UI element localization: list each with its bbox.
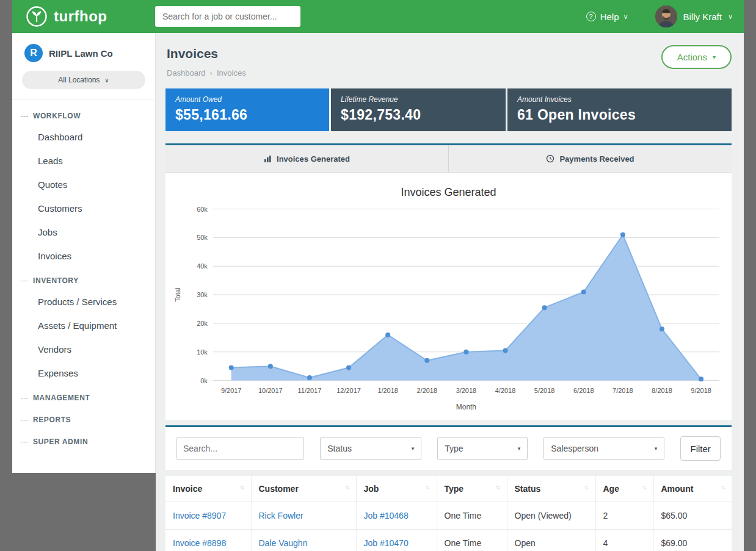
tabs-row: Invoices GeneratedPayments Received <box>165 143 732 173</box>
clock-icon <box>546 154 554 163</box>
select-type[interactable]: Type▾ <box>437 437 528 460</box>
caret-down-icon: ▾ <box>412 445 415 452</box>
breadcrumb-dashboard[interactable]: Dashboard <box>167 68 206 77</box>
column-label: Invoice <box>173 484 202 494</box>
sidebar-section-super-admin[interactable]: SUPER ADMIN <box>12 429 155 451</box>
cell-customer: Dale Vaughn <box>251 530 356 551</box>
sidebar-item-jobs[interactable]: Jobs <box>12 220 155 244</box>
stat-value: $192,753.40 <box>341 107 496 123</box>
select-salesperson[interactable]: Salesperson▾ <box>543 437 664 460</box>
app-window: turfhop ? Help ∨ <box>12 0 744 551</box>
column-header-age[interactable]: Age↑↓ <box>595 476 653 502</box>
column-header-customer[interactable]: Customer↑↓ <box>251 476 356 502</box>
column-header-status[interactable]: Status↑↓ <box>507 476 595 502</box>
svg-text:Month: Month <box>456 403 476 411</box>
sidebar-item-expenses[interactable]: Expenses <box>12 361 155 385</box>
sidebar-item-leads[interactable]: Leads <box>12 149 155 173</box>
tab-invoices-generated[interactable]: Invoices Generated <box>165 145 448 172</box>
sort-icon[interactable]: ↑↓ <box>642 484 646 491</box>
caret-down-icon: ▾ <box>518 445 521 452</box>
sidebar-item-dashboard[interactable]: Dashboard <box>12 125 155 149</box>
stat-card-lifetime-revenue: Lifetime Revenue$192,753.40 <box>331 88 506 131</box>
invoice-link[interactable]: Invoice #8907 <box>173 511 226 520</box>
column-label: Customer <box>259 484 299 494</box>
svg-text:20k: 20k <box>197 320 208 327</box>
caret-down-icon: ▾ <box>713 54 716 60</box>
sidebar-item-products-services[interactable]: Products / Services <box>12 290 155 314</box>
sidebar-section-inventory[interactable]: INVENTORY <box>12 268 155 290</box>
table-search-input[interactable] <box>176 437 304 460</box>
user-menu[interactable]: Billy Kraft ∨ <box>655 5 733 27</box>
customer-link[interactable]: Rick Fowler <box>259 511 303 520</box>
tab-payments-received[interactable]: Payments Received <box>448 145 732 172</box>
tree-dash-icon <box>21 442 28 442</box>
sort-icon[interactable]: ↑↓ <box>240 484 244 491</box>
sidebar-item-invoices[interactable]: Invoices <box>12 244 155 268</box>
column-header-amount[interactable]: Amount↑↓ <box>653 476 732 502</box>
sort-icon[interactable]: ↑↓ <box>496 484 500 491</box>
breadcrumb: Dashboard›Invoices <box>167 68 732 77</box>
stat-label: Amount Owed <box>175 95 319 104</box>
sidebar-item-quotes[interactable]: Quotes <box>12 173 155 196</box>
brand[interactable]: turfhop <box>26 5 155 27</box>
sidebar-item-assets-equipment[interactable]: Assets / Equipment <box>12 314 155 337</box>
sidebar-section-workflow[interactable]: WORKFLOW <box>12 103 155 125</box>
cell-age: 4 <box>595 530 653 551</box>
sort-icon[interactable]: ↑↓ <box>584 484 588 491</box>
svg-text:10k: 10k <box>197 348 208 356</box>
cell-amount: $65.00 <box>653 502 732 530</box>
sidebar-nav: WORKFLOWDashboardLeadsQuotesCustomersJob… <box>12 99 155 451</box>
table-header-row: Invoice↑↓Customer↑↓Job↑↓Type↑↓Status↑↓Ag… <box>165 476 732 502</box>
cell-type: One Time <box>437 530 507 551</box>
svg-text:0k: 0k <box>200 377 208 384</box>
global-search-input[interactable] <box>155 6 300 27</box>
page-header: Invoices Dashboard›Invoices Actions ▾ <box>165 41 732 80</box>
column-header-type[interactable]: Type↑↓ <box>437 476 507 502</box>
sidebar-section-management[interactable]: MANAGEMENT <box>12 385 155 407</box>
breadcrumb-invoices: Invoices <box>217 68 246 77</box>
sort-icon[interactable]: ↑↓ <box>721 484 724 491</box>
tree-dash-icon <box>21 420 28 420</box>
section-label: SUPER ADMIN <box>33 438 88 446</box>
chart-panel: Invoices GeneratedPayments Received Invo… <box>165 143 732 420</box>
sidebar-section-reports[interactable]: REPORTS <box>12 407 155 429</box>
filter-selects: Status▾Type▾Salesperson▾ <box>320 437 664 460</box>
job-link[interactable]: Job #10468 <box>364 511 409 520</box>
sidebar-item-vendors[interactable]: Vendors <box>12 337 155 361</box>
invoice-link[interactable]: Invoice #8898 <box>173 538 226 548</box>
select-status[interactable]: Status▾ <box>320 437 421 460</box>
svg-text:40k: 40k <box>197 262 208 270</box>
cell-invoice: Invoice #8907 <box>165 502 251 530</box>
svg-text:9/2018: 9/2018 <box>691 387 711 394</box>
cell-type: One Time <box>437 502 507 530</box>
select-value: Status <box>327 444 352 453</box>
locations-dropdown[interactable]: All Locations ∨ <box>22 71 145 89</box>
topbar: turfhop ? Help ∨ <box>12 0 744 33</box>
select-value: Salesperson <box>551 444 598 453</box>
table-row: Invoice #8907Rick FowlerJob #10468One Ti… <box>165 502 732 530</box>
table-body: Invoice #8907Rick FowlerJob #10468One Ti… <box>165 502 732 551</box>
section-label: MANAGEMENT <box>33 394 90 402</box>
filter-button[interactable]: Filter <box>680 436 721 461</box>
column-header-invoice[interactable]: Invoice↑↓ <box>165 476 251 502</box>
svg-text:2/2018: 2/2018 <box>417 387 438 394</box>
sort-icon[interactable]: ↑↓ <box>426 484 429 491</box>
column-header-job[interactable]: Job↑↓ <box>356 476 437 502</box>
svg-text:7/2018: 7/2018 <box>612 387 633 394</box>
help-menu[interactable]: ? Help ∨ <box>586 12 628 22</box>
stat-card-amount-owed: Amount Owed$55,161.66 <box>165 88 329 131</box>
actions-button[interactable]: Actions ▾ <box>661 45 732 69</box>
sidebar-item-customers[interactable]: Customers <box>12 196 155 220</box>
customer-link[interactable]: Dale Vaughn <box>259 538 308 548</box>
sort-icon[interactable]: ↑↓ <box>345 484 349 491</box>
filter-bar: Status▾Type▾Salesperson▾ Filter <box>165 425 732 470</box>
svg-text:9/2017: 9/2017 <box>221 387 242 394</box>
job-link[interactable]: Job #10470 <box>364 538 409 548</box>
org-selector[interactable]: R RIIPL Lawn Co <box>12 44 155 62</box>
brand-name: turfhop <box>54 8 107 25</box>
turfhop-logo-icon <box>26 5 48 27</box>
desktop-backdrop: turfhop ? Help ∨ <box>0 0 756 551</box>
svg-text:12/2017: 12/2017 <box>336 387 361 394</box>
page-title: Invoices <box>167 46 732 61</box>
chevron-down-icon: ∨ <box>728 13 733 21</box>
